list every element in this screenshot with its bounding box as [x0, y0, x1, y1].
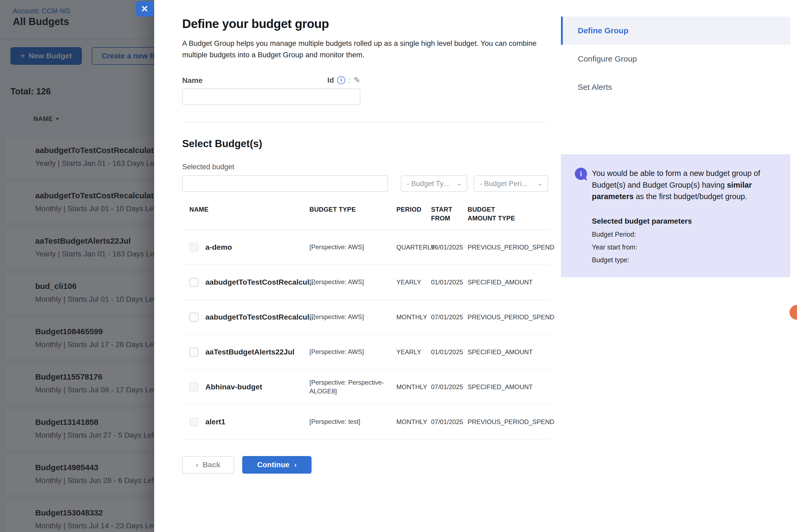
row-checkbox[interactable] — [189, 417, 199, 426]
drawer-footer: ‹ Back Continue › — [182, 456, 552, 474]
budget-group-drawer: Define your budget group A Budget Group … — [154, 0, 797, 532]
name-label: Name — [182, 76, 202, 85]
id-label: Id — [327, 76, 334, 84]
select-budgets-heading: Select Budget(s) — [182, 138, 552, 150]
col-period: PERIOD — [396, 205, 431, 214]
row-amount-type: SPECIFIED_AMOUNT — [468, 383, 544, 391]
col-start-from: START FROM — [431, 205, 457, 223]
step-configure-group[interactable]: Configure Group — [561, 45, 790, 73]
row-name: aaTestBudgetAlerts22Jul — [205, 348, 295, 356]
name-field-header: Name Id i : ✎ — [182, 75, 360, 85]
budget-period-value: - Budget Peri... — [480, 179, 527, 188]
wizard-steps-sidebar: Define Group Configure Group Set Alerts … — [561, 0, 790, 277]
col-budget-type: BUDGET TYPE — [310, 205, 396, 214]
row-name: aabudgetToTestCostRecalcul... — [205, 278, 316, 286]
group-name-input[interactable] — [182, 89, 360, 105]
table-row: aaTestBudgetAlerts22Jul [Perspective: AW… — [182, 335, 550, 370]
id-group: Id i : ✎ — [327, 75, 360, 85]
info-icon[interactable]: i — [337, 76, 345, 84]
selected-budget-label: Selected budget — [182, 163, 552, 171]
drawer-main: Define your budget group A Budget Group … — [182, 0, 552, 474]
row-name: alert1 — [205, 418, 225, 426]
row-amount-type: PREVIOUS_PERIOD_SPEND — [468, 418, 544, 426]
row-amount-type: PREVIOUS_PERIOD_SPEND — [468, 314, 544, 321]
table-row: Abhinav-budget [Perspective: Perspective… — [182, 370, 550, 404]
budget-type-value: - Budget Ty... — [407, 179, 449, 188]
row-budget-type: [Perspective: AWS] — [310, 312, 388, 321]
row-start-from: 01/01/2025 — [431, 348, 468, 356]
step-set-alerts[interactable]: Set Alerts — [561, 73, 790, 101]
info-text-part2: as the first budget/budget group. — [633, 192, 747, 201]
drawer-title: Define your budget group — [182, 17, 552, 31]
row-checkbox[interactable] — [189, 243, 199, 252]
row-checkbox[interactable] — [189, 278, 199, 287]
selected-params-heading: Selected budget parameters — [592, 217, 776, 226]
row-checkbox[interactable] — [189, 312, 199, 322]
param-budget-type: Budget type: — [592, 256, 776, 264]
row-period: YEARLY — [396, 279, 431, 286]
row-period: MONTHLY — [396, 383, 431, 391]
budget-period-dropdown[interactable]: - Budget Peri... ⌄ — [474, 175, 548, 192]
divider — [182, 122, 547, 122]
chevron-down-icon: ⌄ — [456, 180, 462, 187]
param-budget-period: Budget Period: — [592, 231, 776, 238]
col-budget-amount-type: BUDGET AMOUNT TYPE — [468, 205, 524, 223]
budget-search-input[interactable] — [182, 175, 388, 192]
row-budget-type: [Perspective: AWS] — [310, 243, 388, 251]
chevron-down-icon: ⌄ — [537, 180, 543, 187]
step-define-group[interactable]: Define Group — [561, 17, 790, 45]
param-year-start: Year start from: — [592, 243, 776, 251]
row-start-from: 07/01/2025 — [431, 418, 468, 426]
row-name: Abhinav-budget — [205, 383, 262, 391]
row-budget-type: [Perspective: test] — [310, 417, 388, 426]
info-panel: i You would be able to form a new budget… — [561, 154, 790, 277]
continue-button[interactable]: Continue › — [242, 456, 312, 474]
table-row: aabudgetToTestCostRecalcul... [Perspecti… — [182, 300, 550, 335]
filters-row: - Budget Ty... ⌄ - Budget Peri... ⌄ — [182, 175, 552, 192]
row-checkbox[interactable] — [189, 347, 199, 357]
row-checkbox[interactable] — [189, 382, 199, 392]
row-name: a-demo — [205, 243, 232, 252]
row-amount-type: SPECIFIED_AMOUNT — [468, 279, 544, 286]
row-period: QUARTERLY — [396, 244, 431, 251]
row-start-from: 07/01/2025 — [431, 383, 468, 391]
info-text: You would be able to form a new budget g… — [592, 168, 776, 203]
drawer-description: A Budget Group helps you manage multiple… — [182, 38, 550, 60]
row-budget-type: [Perspective: AWS] — [310, 347, 388, 356]
row-period: YEARLY — [396, 348, 431, 356]
row-name: aabudgetToTestCostRecalcul... — [205, 313, 316, 321]
row-amount-type: SPECIFIED_AMOUNT — [468, 348, 544, 356]
edit-icon[interactable]: ✎ — [354, 75, 360, 85]
modal-backdrop[interactable] — [0, 0, 154, 532]
row-budget-type: [Perspective: Perspective-ALOGE8] — [310, 378, 388, 396]
table-row: a-demo [Perspective: AWS] QUARTERLY 06/0… — [182, 230, 550, 265]
row-budget-type: [Perspective: AWS] — [310, 278, 388, 286]
row-period: MONTHLY — [396, 314, 431, 321]
close-icon: ✕ — [141, 3, 149, 14]
chevron-left-icon: ‹ — [196, 461, 199, 469]
continue-label: Continue — [257, 460, 290, 469]
id-separator: : — [348, 76, 351, 84]
table-row: alert1 [Perspective: test] MONTHLY 07/01… — [182, 404, 550, 439]
back-label: Back — [202, 460, 220, 469]
info-bubble-icon: i — [575, 168, 587, 180]
table-header: NAME BUDGET TYPE PERIOD START FROM BUDGE… — [182, 203, 550, 230]
row-start-from: 01/01/2025 — [431, 279, 468, 286]
col-name: NAME — [189, 205, 310, 214]
chevron-right-icon: › — [294, 461, 297, 469]
close-button[interactable]: ✕ — [136, 1, 153, 17]
row-start-from: 07/01/2025 — [431, 314, 468, 321]
budget-type-dropdown[interactable]: - Budget Ty... ⌄ — [401, 175, 467, 192]
table-row: aabudgetToTestCostRecalcul... [Perspecti… — [182, 265, 550, 300]
row-start-from: 06/01/2025 — [431, 244, 468, 251]
row-amount-type: PREVIOUS_PERIOD_SPEND — [468, 244, 544, 251]
row-period: MONTHLY — [396, 418, 431, 426]
back-button[interactable]: ‹ Back — [182, 456, 234, 474]
budgets-table: NAME BUDGET TYPE PERIOD START FROM BUDGE… — [182, 203, 550, 439]
